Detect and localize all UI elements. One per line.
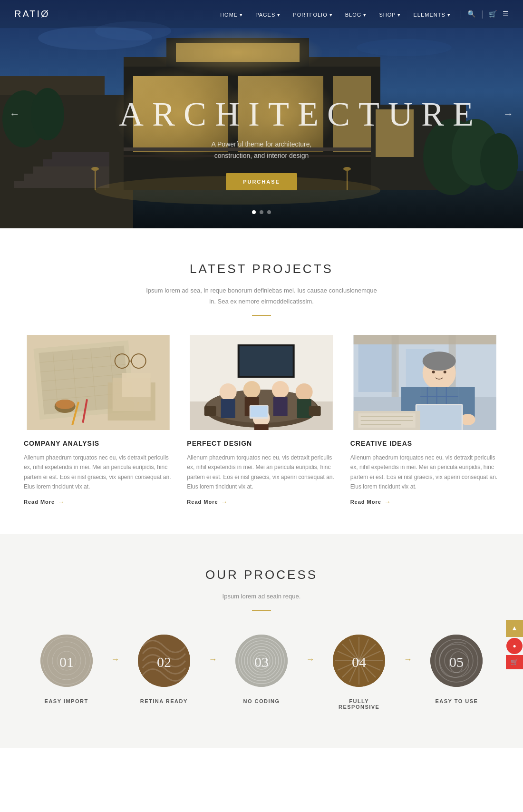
svg-rect-86 xyxy=(391,335,398,397)
svg-point-89 xyxy=(422,352,455,371)
menu-icon[interactable]: ☰ xyxy=(503,10,509,18)
hero-title: ARCHITECTURE xyxy=(119,97,404,131)
cart-icon[interactable]: 🛒 xyxy=(489,10,497,18)
hero-content: ARCHITECTURE A Powerful theme for archit… xyxy=(119,97,404,190)
svg-rect-78 xyxy=(204,406,216,416)
svg-point-3 xyxy=(357,39,452,56)
nav-item-shop[interactable]: SHOP ▾ xyxy=(374,10,406,19)
nav-link-elements[interactable]: ELEMENTS ▾ xyxy=(408,9,455,20)
nav-link-pages[interactable]: PAGES ▾ xyxy=(251,9,285,20)
svg-point-70 xyxy=(272,381,289,398)
nav-link-shop[interactable]: SHOP ▾ xyxy=(374,9,406,20)
read-more-button-1[interactable]: Read More → xyxy=(24,498,173,506)
read-more-button-2[interactable]: Read More → xyxy=(187,498,336,506)
process-divider xyxy=(252,610,271,611)
nav-link-home[interactable]: HOME ▾ xyxy=(215,9,248,20)
nav-divider-2: | xyxy=(481,9,483,19)
project-desc-1: Alienum phaedrum torquatos nec eu, vis d… xyxy=(24,453,173,492)
process-step-2: 02 RETINA READY xyxy=(121,635,206,704)
svg-point-108 xyxy=(432,371,435,373)
svg-point-72 xyxy=(296,383,313,401)
hero-prev-button[interactable]: ← xyxy=(10,108,20,120)
latest-projects-title: LATEST PROJECTS xyxy=(24,262,499,276)
read-more-label-2: Read More xyxy=(187,499,218,505)
svg-rect-67 xyxy=(221,399,235,418)
process-label-2: RETINA READY xyxy=(140,698,188,704)
projects-grid: COMPANY ANALYSIS Alienum phaedrum torqua… xyxy=(24,335,499,506)
svg-rect-51 xyxy=(122,373,151,397)
our-process-section: OUR PROCESS Ipsum lorem ad seain reque. … xyxy=(0,534,523,747)
svg-point-68 xyxy=(243,381,261,398)
process-label-5: EASY TO USE xyxy=(435,698,478,704)
project-image-3 xyxy=(350,335,499,430)
process-circle-2: 02 xyxy=(138,635,190,687)
read-more-label-3: Read More xyxy=(350,499,381,505)
svg-rect-75 xyxy=(254,424,269,430)
svg-rect-10 xyxy=(43,159,109,166)
hero-section: ARCHITECTURE A Powerful theme for archit… xyxy=(0,0,523,228)
process-label-3: NO CODING xyxy=(243,698,280,704)
nav-item-elements[interactable]: ELEMENTS ▾ xyxy=(408,10,455,19)
project-title-1: COMPANY ANALYSIS xyxy=(24,440,173,447)
nav-item-pages[interactable]: PAGES ▾ xyxy=(251,10,285,19)
process-circle-1: 01 xyxy=(40,635,93,687)
svg-point-30 xyxy=(31,88,64,140)
site-logo[interactable]: RATIØ xyxy=(14,9,50,20)
hero-pagination xyxy=(252,210,271,214)
project-title-2: PERFECT DESIGN xyxy=(187,440,336,447)
nav-link-blog[interactable]: BLOG ▾ xyxy=(340,9,372,20)
scroll-up-button[interactable]: ▲ xyxy=(506,620,523,637)
project-card-3: CREATIVE IDEAS Alienum phaedrum torquato… xyxy=(350,335,499,506)
svg-text:05: 05 xyxy=(449,654,464,670)
process-steps-list: 01 EASY IMPORT → 02 xyxy=(24,635,499,710)
latest-projects-section: LATEST PROJECTS Ipsum lorem ad sea, in r… xyxy=(0,228,523,534)
hero-dot-3[interactable] xyxy=(267,210,271,214)
process-step-5: 05 EASY TO USE xyxy=(414,635,499,704)
process-title: OUR PROCESS xyxy=(24,567,499,582)
nav-item-home[interactable]: HOME ▾ xyxy=(215,10,248,19)
process-label-4: FULLYRESPONSIVE xyxy=(339,698,380,710)
svg-point-28 xyxy=(480,133,518,190)
process-arrow-4: → xyxy=(402,655,414,665)
nav-actions: | 🔍 | 🛒 ☰ xyxy=(460,9,509,19)
svg-text:04: 04 xyxy=(352,654,366,670)
read-more-arrow-1: → xyxy=(58,498,65,506)
read-more-arrow-2: → xyxy=(221,498,228,506)
svg-rect-77 xyxy=(251,406,268,417)
process-step-1: 01 EASY IMPORT xyxy=(24,635,109,704)
process-circle-5: 05 xyxy=(430,635,483,687)
project-image-1 xyxy=(24,335,173,430)
read-more-button-3[interactable]: Read More → xyxy=(350,498,499,506)
section-divider xyxy=(252,315,271,316)
nav-links: HOME ▾ PAGES ▾ PORTFOLIO ▾ BLOG ▾ SHOP ▾… xyxy=(215,10,455,19)
process-label-1: EASY IMPORT xyxy=(45,698,88,704)
cart-float-button[interactable]: 🛒 xyxy=(506,655,523,669)
nav-item-portfolio[interactable]: PORTFOLIO ▾ xyxy=(288,10,337,19)
svg-point-109 xyxy=(443,371,446,373)
latest-projects-subtitle: Ipsum lorem ad sea, in reque bonorum def… xyxy=(24,285,499,307)
hero-dot-1[interactable] xyxy=(252,210,256,214)
svg-rect-8 xyxy=(24,174,109,181)
purchase-button[interactable]: PURCHASE xyxy=(226,173,297,190)
process-circle-3: 03 xyxy=(235,635,288,687)
floating-action-buttons: ▲ ● 🛒 xyxy=(506,620,523,669)
project-title-3: CREATIVE IDEAS xyxy=(350,440,499,447)
hero-next-button[interactable]: → xyxy=(503,108,513,120)
svg-text:02: 02 xyxy=(157,654,171,670)
process-arrow-3: → xyxy=(304,655,317,665)
svg-text:01: 01 xyxy=(59,654,74,670)
navbar: RATIØ HOME ▾ PAGES ▾ PORTFOLIO ▾ BLOG ▾ … xyxy=(0,0,523,28)
svg-point-21 xyxy=(152,29,323,76)
search-icon[interactable]: 🔍 xyxy=(467,10,475,18)
project-card-2: PERFECT DESIGN Alienum phaedrum torquato… xyxy=(187,335,336,506)
svg-rect-63 xyxy=(240,346,293,376)
hero-dot-2[interactable] xyxy=(260,210,263,214)
social-button[interactable]: ● xyxy=(506,638,523,654)
nav-divider: | xyxy=(460,9,462,19)
nav-item-blog[interactable]: BLOG ▾ xyxy=(340,10,372,19)
process-step-3: 03 NO CODING xyxy=(219,635,304,704)
read-more-arrow-3: → xyxy=(384,498,391,506)
process-arrow-1: → xyxy=(109,655,121,665)
svg-rect-11 xyxy=(52,152,109,159)
nav-link-portfolio[interactable]: PORTFOLIO ▾ xyxy=(288,9,337,20)
